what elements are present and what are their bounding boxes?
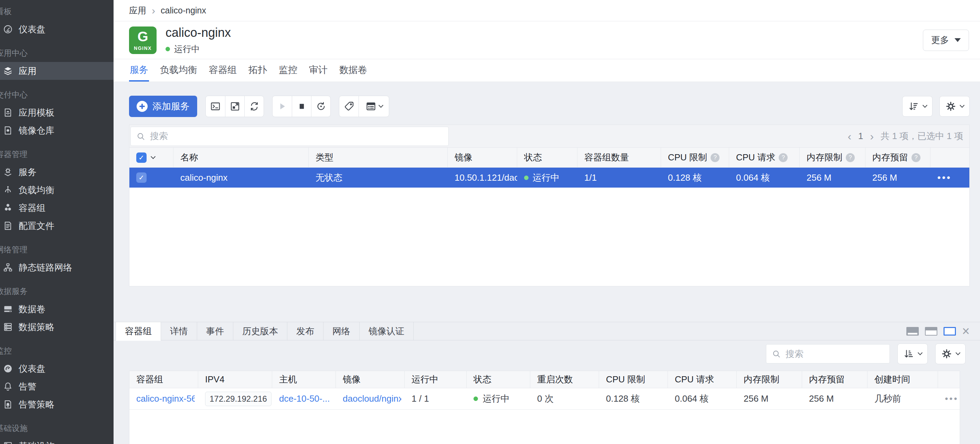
page-prev-icon[interactable]: ‹ xyxy=(848,131,851,142)
select-all-checkbox[interactable]: ✓ xyxy=(136,153,146,163)
sidebar-item-config-files[interactable]: 配置文件 xyxy=(0,217,113,235)
help-icon[interactable]: ? xyxy=(779,153,788,162)
col-cpu-request-header[interactable]: CPU 请求 xyxy=(668,371,737,388)
panel-minimize-icon[interactable] xyxy=(906,327,919,336)
sidebar-item-label: 静态链路网络 xyxy=(19,262,72,274)
col-ipv4-header[interactable]: IPV4 xyxy=(198,371,272,388)
pod-search-input[interactable] xyxy=(766,344,890,363)
refresh-button[interactable] xyxy=(244,96,264,117)
row-actions-button[interactable]: ••• xyxy=(938,388,960,409)
col-pods-header[interactable]: 容器组数量 xyxy=(578,148,661,167)
ipv4-chip[interactable]: 172.29.192.216 xyxy=(205,391,272,406)
logo-letter: G xyxy=(137,30,148,43)
arrow-right-icon[interactable]: → xyxy=(92,440,111,444)
col-name-header[interactable]: 名称 xyxy=(173,148,309,167)
detail-tab-history[interactable]: 历史版本 xyxy=(233,322,287,340)
sidebar-item-data-policies[interactable]: 数据策略 xyxy=(0,318,113,336)
help-icon[interactable]: ? xyxy=(711,153,719,162)
app-header: G NGINX calico-nginx 运行中 更多 xyxy=(113,21,980,59)
pod-sort-button[interactable] xyxy=(897,344,928,364)
sort-button[interactable] xyxy=(902,96,932,117)
more-button[interactable]: 更多 xyxy=(923,30,969,51)
col-image-header[interactable]: 镜像 xyxy=(336,371,405,388)
help-icon[interactable]: ? xyxy=(912,153,921,162)
app-status: 运行中 xyxy=(165,43,231,55)
tab-volumes[interactable]: 数据卷 xyxy=(339,59,368,81)
terminal-button[interactable] xyxy=(206,96,225,117)
detail-tab-image-auth[interactable]: 镜像认证 xyxy=(360,322,414,340)
tab-services[interactable]: 服务 xyxy=(129,59,149,81)
help-icon[interactable]: ? xyxy=(846,153,855,162)
table-row[interactable]: ✓ calico-nginx 无状态 10.50.1.121/daoc 运行中 … xyxy=(129,168,969,188)
sidebar-item-label: 仪表盘 xyxy=(19,24,45,35)
col-running-header[interactable]: 运行中 xyxy=(405,371,466,388)
host-link[interactable]: dce-10-50-... xyxy=(279,393,330,404)
add-service-button[interactable]: 添加服务 xyxy=(129,95,197,117)
close-icon[interactable]: × xyxy=(962,325,970,337)
col-type-header[interactable]: 类型 xyxy=(309,148,448,167)
col-image-header[interactable]: 镜像 xyxy=(448,148,517,167)
col-cpu-request-header[interactable]: CPU 请求? xyxy=(729,148,800,167)
tab-audit[interactable]: 审计 xyxy=(308,59,328,81)
col-cpu-limit-header[interactable]: CPU 限制 xyxy=(599,371,668,388)
sidebar-item-alert-policies[interactable]: 告警策略 xyxy=(0,395,113,413)
cell-ipv4: 172.29.192.216 xyxy=(198,388,272,409)
sidebar-item-dashboard[interactable]: 仪表盘 xyxy=(0,20,113,38)
col-mem-reserve-header[interactable]: 内存预留? xyxy=(865,148,931,167)
sidebar-item-load-balancer[interactable]: 负载均衡 xyxy=(0,181,113,199)
table-row[interactable]: calico-nginx-56 172.29.192.216 dce-10-50… xyxy=(129,388,960,410)
labels-button[interactable] xyxy=(339,96,358,117)
col-host-header[interactable]: 主机 xyxy=(272,371,336,388)
col-cpu-limit-header[interactable]: CPU 限制? xyxy=(661,148,729,167)
sidebar-item-pods[interactable]: 容器组 xyxy=(0,199,113,217)
cell-image: 10.50.1.121/daoc xyxy=(448,168,517,188)
col-status-header[interactable]: 状态 xyxy=(466,371,530,388)
sidebar-item-image-registry[interactable]: 镜像仓库 xyxy=(0,121,113,139)
col-restarts-header[interactable]: 重启次数 xyxy=(530,371,599,388)
row-checkbox[interactable]: ✓ xyxy=(136,172,146,183)
start-button[interactable] xyxy=(272,96,292,117)
detail-tab-pods[interactable]: 容器组 xyxy=(116,322,161,340)
columns-button[interactable] xyxy=(358,96,389,117)
service-search-input[interactable] xyxy=(130,127,449,146)
col-mem-limit-header[interactable]: 内存限制 xyxy=(737,371,802,388)
sidebar-item-static-link-network[interactable]: 静态链路网络 xyxy=(0,258,113,276)
sidebar-item-applications[interactable]: 应用 xyxy=(0,62,113,80)
detail-tab-network[interactable]: 网络 xyxy=(323,322,360,340)
sidebar-item-alerts[interactable]: 告警 xyxy=(0,377,113,395)
sidebar-item-data-volumes[interactable]: 数据卷 xyxy=(0,300,113,318)
sidebar-item-infrastructure[interactable]: 基础设施 → xyxy=(0,437,113,444)
settings-button[interactable] xyxy=(939,96,970,117)
tab-pods[interactable]: 容器组 xyxy=(208,59,237,81)
sidebar-item-monitor-dashboard[interactable]: 仪表盘 xyxy=(0,360,113,377)
col-created-header[interactable]: 创建时间 xyxy=(867,371,938,388)
tab-monitoring[interactable]: 监控 xyxy=(278,59,298,81)
redeploy-button[interactable] xyxy=(311,96,330,117)
scale-button[interactable] xyxy=(225,96,244,117)
detail-tab-events[interactable]: 事件 xyxy=(197,322,233,340)
sidebar-item-services[interactable]: 服务 xyxy=(0,163,113,181)
sidebar-item-app-templates[interactable]: 应用模板 xyxy=(0,103,113,121)
col-status-header[interactable]: 状态 xyxy=(517,148,578,167)
tab-load-balancers[interactable]: 负载均衡 xyxy=(159,59,198,81)
ellipsis-icon[interactable]: ••• xyxy=(945,393,958,404)
stop-button[interactable] xyxy=(292,96,311,117)
panel-expand-icon[interactable] xyxy=(943,327,956,336)
image-link[interactable]: daocloud/nginx xyxy=(343,393,401,404)
chevron-down-icon[interactable] xyxy=(151,154,156,159)
col-mem-limit-header[interactable]: 内存限制? xyxy=(800,148,865,167)
bell-icon xyxy=(3,381,13,391)
breadcrumb-parent[interactable]: 应用 xyxy=(129,5,146,16)
pod-name-link[interactable]: calico-nginx-56 xyxy=(136,393,195,404)
col-mem-reserve-header[interactable]: 内存预留 xyxy=(802,371,867,388)
tab-topology[interactable]: 拓扑 xyxy=(248,59,268,81)
pod-settings-button[interactable] xyxy=(935,344,966,364)
cell-name[interactable]: calico-nginx xyxy=(173,168,309,188)
col-pod-header[interactable]: 容器组 xyxy=(129,371,198,388)
row-actions-button[interactable]: ••• xyxy=(931,168,969,188)
detail-tab-details[interactable]: 详情 xyxy=(161,322,197,340)
detail-tab-release[interactable]: 发布 xyxy=(287,322,323,340)
page-next-icon[interactable]: › xyxy=(870,131,874,142)
panel-half-size-icon[interactable] xyxy=(925,327,937,336)
ellipsis-icon[interactable]: ••• xyxy=(937,172,951,183)
